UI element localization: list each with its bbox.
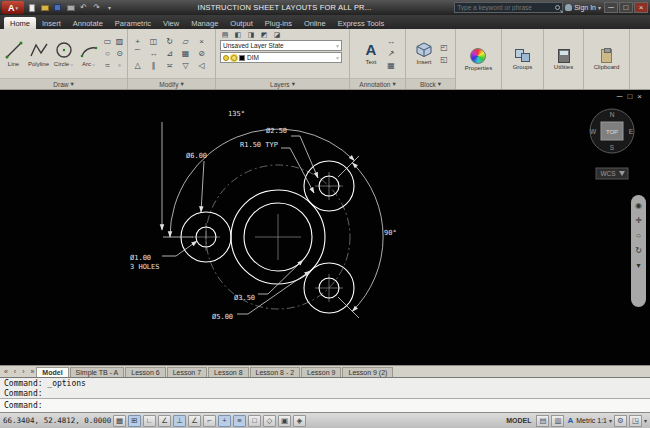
polyline-tool-button[interactable]: Polyline: [27, 40, 50, 67]
search-icon[interactable]: [555, 5, 560, 10]
drawing-viewport[interactable]: 135° Ø2.50 R1.50 TYP Ø6.00 Ø1.00 3 HOLES…: [0, 90, 650, 365]
groups-panel[interactable]: Groups: [502, 29, 544, 89]
chamfer-button[interactable]: ▽: [180, 60, 191, 71]
current-layer-dropdown[interactable]: DIM ▾: [220, 52, 342, 63]
spline-button[interactable]: ≈: [102, 60, 113, 71]
model-space-button[interactable]: MODEL: [503, 417, 534, 424]
prev-layout-button[interactable]: ‹: [12, 368, 18, 375]
circle-dropdown-icon[interactable]: ▾: [70, 61, 73, 68]
quick-view-layouts-button[interactable]: ▤: [536, 415, 549, 427]
scale-button[interactable]: ⊿: [164, 48, 175, 59]
tab-parametric[interactable]: Parametric: [109, 17, 157, 29]
donut-button[interactable]: ◦: [114, 60, 125, 71]
annotation-panel-label[interactable]: Annotation ▾: [350, 78, 405, 89]
modify-panel-label[interactable]: Modify ▾: [128, 78, 215, 89]
last-layout-button[interactable]: »: [28, 368, 36, 375]
viewcube[interactable]: TOP N W E S: [590, 109, 634, 153]
layer-isolate-button[interactable]: ◨: [246, 30, 256, 39]
viewcube-east[interactable]: E: [629, 128, 634, 135]
blend-button[interactable]: ◁: [196, 60, 207, 71]
clipboard-panel[interactable]: Clipboard: [584, 29, 630, 89]
stretch-button[interactable]: ↔: [148, 48, 159, 59]
layout-tab-lesson-7[interactable]: Lesson 7: [167, 367, 207, 377]
annotation-scale-button[interactable]: Metric 1:1: [576, 417, 607, 424]
draw-panel-expand-icon[interactable]: ▾: [70, 80, 73, 88]
insert-block-button[interactable]: Insert: [412, 42, 437, 65]
layout-tab-lesson-6[interactable]: Lesson 6: [125, 367, 165, 377]
clean-screen-button[interactable]: ◳: [629, 415, 642, 427]
tab-output[interactable]: Output: [224, 17, 259, 29]
redo-button[interactable]: ↷: [91, 3, 102, 13]
open-file-button[interactable]: [39, 3, 50, 13]
viewcube-west[interactable]: W: [590, 128, 597, 135]
rectangle-button[interactable]: ▭: [102, 36, 113, 47]
utilities-panel[interactable]: Utilities: [544, 29, 584, 89]
viewcube-south[interactable]: S: [610, 144, 615, 151]
command-prompt[interactable]: Command:: [0, 399, 650, 412]
move-button[interactable]: +: [132, 36, 143, 47]
point-button[interactable]: ⊙: [114, 48, 125, 59]
arc-dropdown-icon[interactable]: ▾: [92, 61, 95, 68]
tab-express-tools[interactable]: Express Tools: [332, 17, 391, 29]
close-button[interactable]: ×: [634, 2, 648, 13]
arc-tool-button[interactable]: Arc▾: [77, 40, 100, 68]
command-line-window[interactable]: Command: _options Command: Command:: [0, 377, 650, 412]
snap-toggle[interactable]: ⊞: [128, 415, 141, 427]
create-block-button[interactable]: ◰: [439, 42, 450, 53]
tab-online[interactable]: Online: [298, 17, 332, 29]
annotation-panel-expand-icon[interactable]: ▾: [392, 80, 395, 88]
minimize-button[interactable]: ─: [604, 2, 618, 13]
quick-properties-toggle[interactable]: ◈: [293, 415, 306, 427]
first-layout-button[interactable]: «: [2, 368, 10, 375]
layer-color-swatch[interactable]: [239, 55, 245, 61]
line-tool-button[interactable]: Line: [2, 40, 25, 67]
table-button[interactable]: ▦: [386, 60, 397, 71]
tab-annotate[interactable]: Annotate: [67, 17, 109, 29]
layer-freeze-button[interactable]: ◩: [259, 30, 269, 39]
edit-block-button[interactable]: ◱: [439, 54, 450, 65]
search-input[interactable]: [457, 4, 553, 11]
layer-properties-button[interactable]: ▤: [220, 30, 230, 39]
osnap-toggle[interactable]: ∠: [188, 415, 201, 427]
lwt-toggle[interactable]: ◇: [263, 415, 276, 427]
next-layout-button[interactable]: ›: [20, 368, 26, 375]
navbar-more-icon[interactable]: ▾: [636, 262, 640, 270]
restore-button[interactable]: □: [619, 2, 633, 13]
3dosnap-toggle[interactable]: ⌐: [203, 415, 216, 427]
block-panel-expand-icon[interactable]: ▾: [438, 80, 441, 88]
dyn-toggle[interactable]: □: [248, 415, 261, 427]
layer-off-button[interactable]: ◧: [233, 30, 243, 39]
tab-home[interactable]: Home: [4, 17, 36, 29]
rotate-button[interactable]: ↻: [164, 36, 175, 47]
tab-insert[interactable]: Insert: [36, 17, 67, 29]
modify-panel-expand-icon[interactable]: ▾: [180, 80, 183, 88]
undo-button[interactable]: ↶: [78, 3, 89, 13]
hatch-button[interactable]: ▨: [114, 36, 125, 47]
sign-in-button[interactable]: Sign In: [574, 4, 596, 11]
layer-lock-button[interactable]: ◪: [272, 30, 282, 39]
app-menu-button[interactable]: A ▾: [2, 1, 24, 14]
sign-in-dropdown-icon[interactable]: ▾: [598, 4, 601, 11]
doc-close-button[interactable]: ×: [637, 93, 642, 101]
zoom-icon[interactable]: ○: [636, 232, 641, 240]
status-bar-menu-icon[interactable]: ▾: [644, 417, 647, 424]
block-panel-label[interactable]: Block ▾: [406, 78, 455, 89]
tab-manage[interactable]: Manage: [185, 17, 224, 29]
viewcube-north[interactable]: N: [610, 111, 615, 118]
mirror-button[interactable]: ▱: [180, 36, 191, 47]
explode-button[interactable]: △: [132, 60, 143, 71]
layout-tab-model[interactable]: Model: [36, 367, 68, 377]
layers-panel-label[interactable]: Layers ▾: [216, 78, 349, 89]
doc-restore-button[interactable]: □: [627, 93, 632, 101]
annotation-scale-dropdown-icon[interactable]: ▾: [609, 417, 612, 424]
trim-button[interactable]: ×: [196, 36, 207, 47]
pan-icon[interactable]: ✛: [635, 217, 642, 225]
circle-tool-button[interactable]: Circle▾: [52, 40, 75, 68]
quick-view-drawings-button[interactable]: ▥: [551, 415, 564, 427]
layer-state-dropdown[interactable]: Unsaved Layer State ▾: [220, 40, 342, 51]
join-button[interactable]: ≍: [164, 60, 175, 71]
layout-tab-lesson-9[interactable]: Lesson 9: [301, 367, 341, 377]
new-file-button[interactable]: [26, 3, 37, 13]
transparency-toggle[interactable]: ▣: [278, 415, 291, 427]
offset-button[interactable]: ∥: [148, 60, 159, 71]
